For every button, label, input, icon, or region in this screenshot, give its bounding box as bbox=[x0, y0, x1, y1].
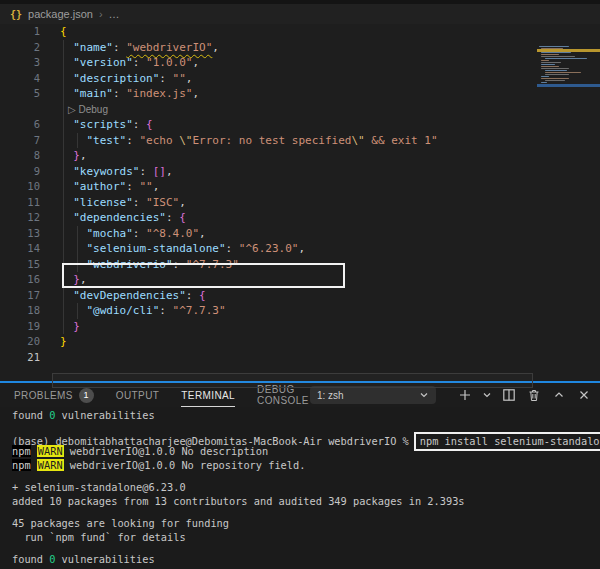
code-line-18[interactable]: 18 "@wdio/cli": "^7.7.3" bbox=[0, 303, 600, 319]
indent-guide bbox=[63, 288, 64, 304]
line-number bbox=[0, 102, 40, 118]
editor-code: 1{2 "name": "webdriverIO",3 "version": "… bbox=[0, 24, 600, 365]
line-number: 1 bbox=[0, 24, 40, 40]
line-number: 16 bbox=[0, 272, 40, 288]
indent-guide bbox=[77, 241, 78, 257]
code-text: "keywords": [], bbox=[40, 164, 173, 180]
terminal-profile-chevron-icon[interactable] bbox=[482, 387, 492, 403]
new-terminal-plus-icon[interactable] bbox=[457, 387, 473, 403]
terminal-line-10: run `npm fund` for details bbox=[12, 531, 600, 545]
code-text: { bbox=[40, 24, 67, 40]
indent-guide bbox=[63, 86, 64, 102]
code-text: "author": "", bbox=[40, 179, 159, 195]
line-number: 17 bbox=[0, 288, 40, 304]
line-number: 15 bbox=[0, 257, 40, 273]
code-line-20[interactable]: 20} bbox=[0, 334, 600, 350]
terminal-line-0: found 0 vulnerabilities bbox=[12, 409, 600, 423]
code-text: ▷ Debug bbox=[40, 102, 108, 118]
code-line-9[interactable]: 9 "keywords": [], bbox=[0, 164, 600, 180]
indent-guide bbox=[63, 210, 64, 226]
line-number: 9 bbox=[0, 164, 40, 180]
code-text bbox=[40, 350, 60, 366]
code-text: } bbox=[40, 319, 80, 335]
code-line-16[interactable]: 16 }, bbox=[0, 272, 600, 288]
indent-guide bbox=[63, 257, 64, 273]
code-text: "scripts": { bbox=[40, 117, 153, 133]
code-text: "selenium-standalone": "^6.23.0", bbox=[40, 241, 305, 257]
json-braces-icon: {} bbox=[10, 9, 22, 20]
line-number: 12 bbox=[0, 210, 40, 226]
indent-guide bbox=[63, 319, 64, 335]
indent-guide bbox=[63, 55, 64, 71]
terminal-line-2: (base) debomitabhattacharjee@Debomitas-M… bbox=[12, 432, 600, 446]
code-text: } bbox=[40, 334, 67, 350]
vscode-window: {} package.json › … 1{2 "name": "webdriv… bbox=[0, 0, 600, 569]
terminal-blank-line bbox=[12, 544, 600, 553]
breadcrumb-chevron-icon: › bbox=[99, 8, 103, 20]
tab-label: OUTPUT bbox=[116, 390, 160, 401]
breadcrumb[interactable]: {} package.json › … bbox=[0, 4, 600, 24]
breadcrumb-file[interactable]: package.json bbox=[28, 8, 93, 20]
terminal-output[interactable]: found 0 vulnerabilities(base) debomitabh… bbox=[0, 407, 600, 569]
line-number: 5 bbox=[0, 86, 40, 102]
split-terminal-icon[interactable] bbox=[501, 387, 517, 403]
close-panel-icon[interactable] bbox=[576, 387, 592, 403]
indent-guide bbox=[77, 226, 78, 242]
tab-label: TERMINAL bbox=[181, 390, 235, 401]
code-line-3[interactable]: 3 "version": "1.0.0", bbox=[0, 55, 600, 71]
kill-terminal-trash-icon[interactable] bbox=[526, 387, 542, 403]
terminal-blank-line bbox=[12, 472, 600, 481]
indent-guide bbox=[63, 133, 64, 149]
current-line-highlight bbox=[52, 373, 533, 388]
code-line-21[interactable]: 21 bbox=[0, 350, 600, 366]
code-line-15[interactable]: 15 "webdriverio": "^7.7.3" bbox=[0, 257, 600, 273]
chevron-down-icon bbox=[419, 390, 429, 400]
line-number: 18 bbox=[0, 303, 40, 319]
indent-guide bbox=[63, 102, 64, 118]
code-text: "@wdio/cli": "^7.7.3" bbox=[40, 303, 226, 319]
line-number: 10 bbox=[0, 179, 40, 195]
terminal-line-4: npm WARN webdriverIO@1.0.0 No repository… bbox=[12, 459, 600, 473]
code-text: "dependencies": { bbox=[40, 210, 186, 226]
terminal-profile-select[interactable]: 1: zsh bbox=[310, 386, 436, 404]
terminal-blank-line bbox=[12, 423, 600, 432]
code-line-11[interactable]: 11 "license": "ISC", bbox=[0, 195, 600, 211]
code-line-6[interactable]: 6 "scripts": { bbox=[0, 117, 600, 133]
breadcrumb-symbol-ellipsis[interactable]: … bbox=[109, 8, 120, 20]
annotation-box-command: npm install selenium-standalone bbox=[414, 432, 600, 451]
code-line-7[interactable]: 7 "test": "echo \"Error: no test specifi… bbox=[0, 133, 600, 149]
code-text: "mocha": "^8.4.0", bbox=[40, 226, 206, 242]
indent-guide bbox=[63, 179, 64, 195]
line-number: 13 bbox=[0, 226, 40, 242]
panel-actions: 1: zsh bbox=[310, 386, 592, 404]
minimap-warning-marker bbox=[537, 49, 600, 52]
code-line-13[interactable]: 13 "mocha": "^8.4.0", bbox=[0, 226, 600, 242]
minimap[interactable] bbox=[537, 46, 600, 90]
debug-play-icon: ▷ bbox=[68, 104, 78, 115]
code-line-10[interactable]: 10 "author": "", bbox=[0, 179, 600, 195]
terminal-line-6: + selenium-standalone@6.23.0 bbox=[12, 481, 600, 495]
indent-guide bbox=[63, 241, 64, 257]
indent-guide bbox=[63, 195, 64, 211]
code-line-19[interactable]: 19 } bbox=[0, 319, 600, 335]
code-line-8[interactable]: 8 }, bbox=[0, 148, 600, 164]
indent-guide bbox=[63, 148, 64, 164]
code-line-1[interactable]: 1{ bbox=[0, 24, 600, 40]
indent-guide bbox=[63, 71, 64, 87]
editor[interactable]: 1{2 "name": "webdriverIO",3 "version": "… bbox=[0, 24, 600, 381]
code-line-12[interactable]: 12 "dependencies": { bbox=[0, 210, 600, 226]
indent-guide bbox=[63, 226, 64, 242]
problems-count-badge: 1 bbox=[79, 388, 94, 403]
code-line-5[interactable]: 5 "main": "index.js", bbox=[0, 86, 600, 102]
line-number: 6 bbox=[0, 117, 40, 133]
terminal-line-12: found 0 vulnerabilities bbox=[12, 553, 600, 567]
line-number: 19 bbox=[0, 319, 40, 335]
code-line-14[interactable]: 14 "selenium-standalone": "^6.23.0", bbox=[0, 241, 600, 257]
codelens-debug[interactable]: ▷ Debug bbox=[0, 102, 600, 118]
maximize-panel-chevron-up-icon[interactable] bbox=[551, 387, 567, 403]
code-line-4[interactable]: 4 "description": "", bbox=[0, 71, 600, 87]
indent-guide bbox=[77, 257, 78, 273]
code-line-2[interactable]: 2 "name": "webdriverIO", bbox=[0, 40, 600, 56]
line-number: 7 bbox=[0, 133, 40, 149]
code-line-17[interactable]: 17 "devDependencies": { bbox=[0, 288, 600, 304]
